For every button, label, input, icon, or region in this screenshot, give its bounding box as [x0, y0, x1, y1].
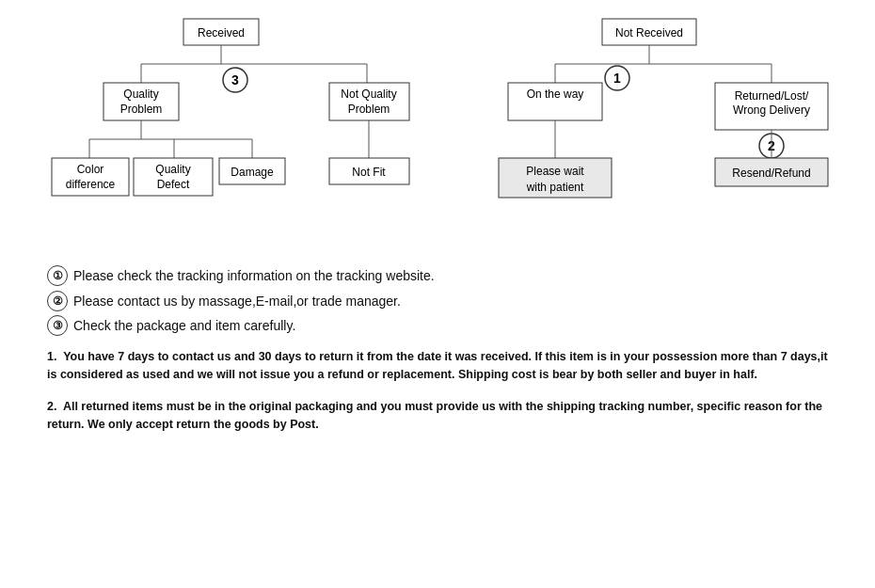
note-1-text: 1. You have 7 days to contact us and 30 … — [47, 348, 828, 385]
badge-2: ② — [47, 291, 68, 311]
not-received-label: Not Received — [615, 26, 683, 40]
not-quality-problem-label: Not Quality — [341, 87, 396, 101]
notes-section: 1. You have 7 days to contact us and 30 … — [47, 348, 828, 435]
not-fit-label: Not Fit — [352, 166, 386, 179]
received-label: Received — [198, 26, 245, 40]
color-diff-label: Color — [77, 163, 104, 176]
note-2-label: 2. — [47, 400, 56, 413]
instruction-2: ② Please contact us by massage,E-mail,or… — [47, 289, 856, 314]
color-diff-label2: difference — [66, 178, 116, 191]
quality-defect-label: Quality — [155, 163, 190, 176]
note-1-body: You have 7 days to contact us and 30 day… — [47, 350, 828, 381]
note-2-text: 2. All returned items must be in the ori… — [47, 398, 828, 435]
quality-problem-label2: Problem — [120, 103, 163, 116]
badge-1: ① — [47, 265, 68, 286]
returned-lost-label2: Wrong Delivery — [733, 103, 810, 117]
instruction-2-text: Please contact us by massage,E-mail,or t… — [73, 289, 401, 314]
instruction-3: ③ Check the package and item carefully. — [47, 313, 856, 339]
not-quality-problem-label2: Problem — [348, 103, 390, 116]
instruction-1-text: Please check the tracking information on… — [73, 263, 435, 289]
please-wait-label: Please wait — [526, 165, 584, 178]
instruction-1: ① Please check the tracking information … — [47, 263, 856, 289]
note-2: 2. All returned items must be in the ori… — [47, 398, 828, 435]
badge-3: ③ — [47, 315, 68, 336]
note-2-body: All returned items must be in the origin… — [47, 400, 822, 431]
quality-defect-label2: Defect — [157, 178, 190, 191]
note-1-label: 1. — [47, 350, 56, 363]
resend-refund-label: Resend/Refund — [732, 167, 810, 180]
flowchart-svg: Received 3 Quality Problem Not Quality P… — [19, 9, 866, 254]
quality-problem-label: Quality — [123, 87, 158, 101]
returned-lost-label: Returned/Lost/ — [735, 89, 809, 103]
note-1: 1. You have 7 days to contact us and 30 … — [47, 348, 828, 385]
badge3: 3 — [231, 72, 239, 87]
instructions-section: ① Please check the tracking information … — [47, 263, 856, 339]
please-wait-label2: with patient — [526, 181, 584, 194]
badge1: 1 — [613, 71, 621, 86]
damage-label: Damage — [231, 166, 274, 179]
instruction-3-text: Check the package and item carefully. — [73, 313, 295, 339]
on-the-way-label: On the way — [527, 87, 584, 101]
